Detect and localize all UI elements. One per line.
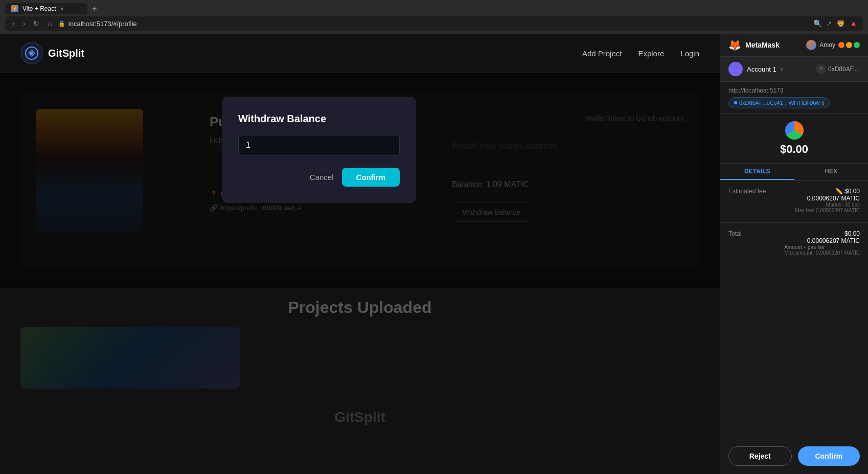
metamask-icon: 🦊	[728, 39, 741, 51]
mm-pencil-icon: ✏️	[835, 188, 844, 195]
project-card-bg	[20, 327, 240, 389]
mm-network: Amoy	[819, 41, 835, 49]
mm-circle-yellow	[846, 42, 852, 48]
mm-estimated-fee-matic: 0.00006207 MATIC	[795, 195, 860, 202]
back-button[interactable]: ‹	[10, 18, 17, 29]
mm-window-controls	[838, 42, 860, 48]
mm-fee-row: Estimated fee ✏️ $0.00 0.00006207 MATIC …	[728, 188, 860, 213]
explore-link[interactable]: Explore	[638, 49, 664, 58]
mm-user-avatar	[806, 40, 816, 50]
mm-total-section: Total $0.00 0.00006207 MATIC Amount + ga…	[720, 223, 868, 263]
url-display[interactable]: 🔒 localhost:5173/#/profile	[58, 20, 809, 28]
login-link[interactable]: Login	[680, 49, 699, 58]
modal-overlay: Withdraw Balance Cancel Confirm	[0, 73, 720, 288]
url-text: localhost:5173/#/profile	[68, 20, 137, 28]
tab-favicon: ⚡	[11, 5, 18, 12]
mm-tab-hex[interactable]: HEX	[794, 164, 869, 180]
mm-contract-label: 0xD8bAF...oCc41	[739, 100, 783, 106]
mm-contract-dot	[734, 101, 737, 104]
mm-account-arrow: ›	[781, 65, 783, 73]
mm-actions: Reject Confirm	[720, 438, 868, 474]
gitsplit-logo-icon	[25, 46, 39, 60]
projects-title: Projects Uploaded	[20, 298, 699, 317]
home-button[interactable]: ⌂	[45, 18, 54, 29]
mm-site-url: http://localhost:5173	[728, 87, 860, 94]
mm-account-name: Account 1	[747, 65, 776, 73]
active-tab[interactable]: ⚡ Vite + React ✕	[5, 3, 87, 14]
projects-section: Projects Uploaded	[0, 288, 720, 399]
navbar-links: Add Project Explore Login	[582, 49, 699, 58]
mm-site-info: http://localhost:5173 0xD8bAF...oCc41 : …	[720, 82, 868, 114]
mm-total-matic: 0.00006207 MATIC	[784, 237, 860, 244]
metamask-panel: 🦊 MetaMask Amoy Account 1 › ?	[720, 34, 868, 474]
modal-actions: Cancel Confirm	[238, 168, 400, 187]
mm-estimated-fee-usd: ✏️ $0.00	[795, 188, 860, 195]
reject-button[interactable]: Reject	[728, 446, 792, 466]
mm-circle-orange	[838, 42, 844, 48]
navbar: GitSplit Add Project Explore Login	[0, 34, 720, 73]
reload-button[interactable]: ↻	[31, 18, 41, 29]
tab-bar: ⚡ Vite + React ✕ +	[5, 3, 863, 14]
mm-address-text: 0xD8bAF....	[828, 65, 860, 73]
app-area: GitSplit Add Project Explore Login Punar…	[0, 34, 720, 474]
mm-contract-separator: :	[785, 100, 787, 106]
mm-account-left: Account 1 ›	[728, 62, 783, 76]
mm-account-avatar	[728, 62, 743, 76]
mm-circle-green	[854, 42, 860, 48]
mm-total-row: Total $0.00 0.00006207 MATIC Amount + ga…	[728, 230, 860, 256]
mm-estimated-fee-label: Estimated fee	[728, 188, 766, 195]
projects-grid	[20, 327, 699, 389]
mm-max-fee: Max fee: 0.00006207 MATIC	[795, 208, 860, 213]
mm-contract-action: WITHDRAW	[789, 100, 820, 106]
browser-chrome: ⚡ Vite + React ✕ + ‹ › ↻ ⌂ 🔒 localhost:5…	[0, 0, 868, 34]
mm-address: ? 0xD8bAF....	[816, 64, 860, 74]
mm-fee-section: Estimated fee ✏️ $0.00 0.00006207 MATIC …	[720, 180, 868, 223]
modal-title: Withdraw Balance	[238, 113, 400, 125]
new-tab-button[interactable]: +	[89, 4, 100, 13]
mm-tab-details[interactable]: DETAILS	[720, 164, 794, 180]
brave-icon[interactable]: 🦁	[836, 19, 845, 28]
mm-contract-badge: 0xD8bAF...oCc41 : WITHDRAW ℹ	[728, 97, 830, 108]
forward-button[interactable]: ›	[21, 18, 28, 29]
tab-title: Vite + React	[22, 5, 56, 12]
mm-title: MetaMask	[745, 41, 780, 49]
mm-total-label: Total	[728, 230, 741, 237]
mm-account-bar: Account 1 › ? 0xD8bAF....	[720, 57, 868, 82]
mm-logo: 🦊 MetaMask	[728, 39, 780, 51]
mm-header: 🦊 MetaMask Amoy	[720, 34, 868, 57]
add-project-link[interactable]: Add Project	[582, 49, 622, 58]
mm-info-icon: ℹ	[822, 100, 824, 106]
mm-tabs: DETAILS HEX	[720, 164, 868, 180]
mm-market-info: Market -30 sec	[795, 202, 860, 208]
address-bar: ‹ › ↻ ⌂ 🔒 localhost:5173/#/profile 🔍 ↗ 🦁…	[5, 16, 863, 31]
svg-point-1	[30, 52, 33, 55]
profile-container: Punarv Pawade inciner8r 27 followers 📍 P…	[0, 73, 720, 288]
browser-icons: 🔍 ↗ 🦁 🔺	[813, 19, 858, 28]
withdraw-amount-input[interactable]	[238, 135, 400, 155]
footer-brand: GitSplit	[0, 399, 720, 436]
navbar-brand: GitSplit	[20, 42, 84, 64]
search-icon[interactable]: 🔍	[813, 19, 822, 28]
share-icon[interactable]: ↗	[826, 19, 832, 28]
tab-close-button[interactable]: ✕	[60, 6, 64, 12]
wallet-icon[interactable]: 🔺	[849, 19, 858, 28]
mm-max-amount: Max amount: 0.00006207 MATIC	[784, 250, 860, 256]
mm-total-values: $0.00 0.00006207 MATIC Amount + gas fee …	[784, 230, 860, 256]
mm-token-display: $0.00	[720, 114, 868, 164]
mm-token-icon	[785, 121, 804, 140]
metamask-confirm-button[interactable]: Confirm	[798, 446, 860, 466]
secure-icon: 🔒	[58, 20, 65, 27]
main-layout: GitSplit Add Project Explore Login Punar…	[0, 34, 868, 474]
withdraw-modal: Withdraw Balance Cancel Confirm	[222, 97, 416, 203]
project-card[interactable]	[20, 327, 240, 389]
confirm-button[interactable]: Confirm	[342, 168, 400, 187]
brand-logo	[20, 42, 43, 64]
brand-name: GitSplit	[48, 48, 84, 59]
mm-token-amount: $0.00	[728, 143, 860, 156]
cancel-button[interactable]: Cancel	[310, 173, 334, 182]
mm-user-section: Amoy	[806, 40, 860, 50]
mm-amount-gas: Amount + gas fee	[784, 244, 860, 250]
mm-estimated-fee-values: ✏️ $0.00 0.00006207 MATIC Market -30 sec…	[795, 188, 860, 213]
mm-total-usd: $0.00	[784, 230, 860, 237]
mm-help-icon: ?	[816, 64, 826, 74]
